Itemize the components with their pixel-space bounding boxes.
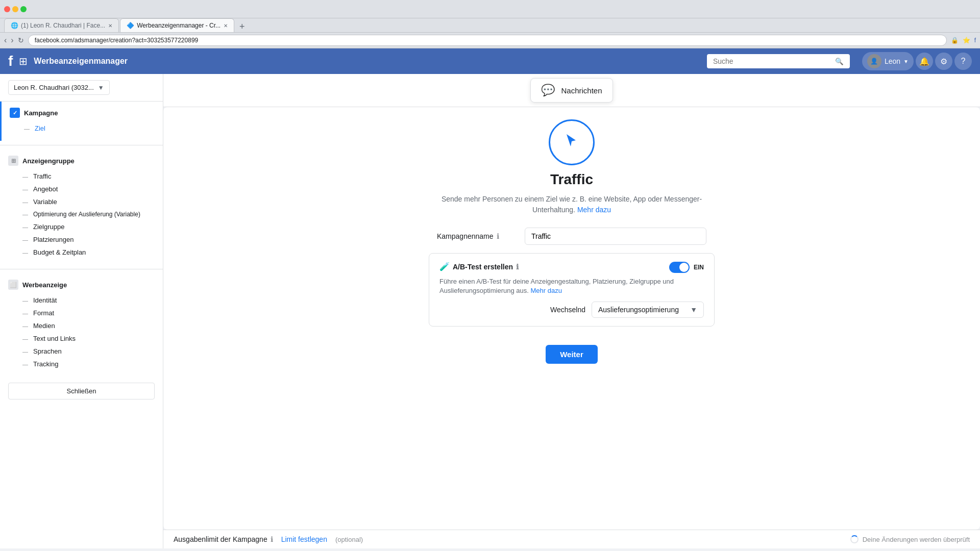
kampagne-checkbox-icon: ✓ — [10, 108, 20, 118]
tab-close-facebook[interactable]: ✕ — [108, 23, 112, 29]
nachrichten-dropdown[interactable]: 💬 Nachrichten — [530, 78, 612, 103]
address-bar: ‹ › ↻ 🔒⭐f — [0, 33, 980, 48]
ab-header: 🧪 A/B-Test erstellen ℹ EIN — [439, 262, 704, 273]
app-grid-icon[interactable]: ⊞ — [19, 55, 28, 67]
kampagnenname-label: Kampagnenname ℹ — [437, 232, 519, 240]
account-selector[interactable]: Leon R. Chaudhari (3032... ▼ — [8, 80, 110, 95]
ab-test-box: 🧪 A/B-Test erstellen ℹ EIN Führe eine — [429, 253, 715, 327]
bottom-bar: Ausgabenlimit der Kampagne ℹ Limit festl… — [163, 530, 980, 548]
notifications-btn[interactable]: 🔔 — [916, 53, 933, 70]
tab-favicon-adsmanager: 🔷 — [127, 22, 134, 29]
sidebar-item-text-links[interactable]: Text und Links — [8, 332, 155, 345]
traffic-icon-circle — [549, 119, 595, 165]
main-content: 💬 Nachrichten Traffic Sende — [163, 74, 980, 548]
checking-label: Deine Änderungen werden überprüft — [863, 536, 970, 543]
sidebar-item-angebot[interactable]: Angebot — [8, 183, 155, 195]
user-chevron-icon: ▼ — [903, 59, 909, 64]
sidebar-item-medien[interactable]: Medien — [8, 319, 155, 332]
werbeanzeige-icon: ⬜ — [8, 280, 18, 290]
sidebar-item-budget-zeitplan[interactable]: Budget & Zeitplan — [8, 246, 155, 259]
toggle-label: EIN — [694, 264, 704, 271]
minimize-window-btn[interactable] — [12, 6, 18, 12]
sidebar-item-variable[interactable]: Variable — [8, 195, 155, 208]
help-btn[interactable]: ? — [954, 53, 972, 70]
sidebar-item-tracking[interactable]: Tracking — [8, 358, 155, 370]
new-tab-btn[interactable]: + — [235, 21, 249, 32]
budget-info-icon[interactable]: ℹ — [271, 535, 273, 543]
dropdown-arrow-icon: ▼ — [690, 306, 697, 314]
ab-info-icon[interactable]: ℹ — [516, 263, 519, 271]
avatar: 👤 — [867, 54, 881, 68]
ab-title: 🧪 A/B-Test erstellen ℹ — [439, 262, 519, 271]
werbeanzeige-header: ⬜ Werbeanzeige — [8, 280, 155, 290]
kampagnenname-input[interactable] — [525, 228, 706, 245]
sidebar-item-ziel-label: Ziel — [35, 124, 45, 132]
sidebar-item-ziel[interactable]: Ziel — [10, 122, 155, 135]
auslieferung-dropdown[interactable]: Auslieferungsoptimierung ▼ — [592, 302, 704, 318]
maximize-window-btn[interactable] — [20, 6, 27, 12]
traffic-title: Traffic — [550, 171, 593, 188]
search-button[interactable]: 🔍 — [835, 58, 844, 65]
nachrichten-area: 💬 Nachrichten — [163, 74, 980, 107]
limit-festlegen-link[interactable]: Limit festlegen — [281, 535, 327, 543]
ab-test-toggle[interactable] — [669, 262, 690, 273]
back-btn[interactable]: ‹ — [4, 36, 7, 45]
toggle-container: EIN — [669, 262, 704, 273]
tab-adsmanager-label: Werbeanzeigenmanager - Cr... — [137, 22, 220, 29]
sidebar-item-sprachen[interactable]: Sprachen — [8, 345, 155, 358]
sidebar-item-format[interactable]: Format — [8, 307, 155, 319]
traffic-subtitle: Sende mehr Personen zu einem Ziel wie z.… — [429, 194, 715, 215]
account-label: Leon R. Chaudhari (3032... — [14, 84, 94, 91]
werbeanzeige-section: ⬜ Werbeanzeige Identität Format Medien T… — [0, 273, 163, 377]
user-name: Leon — [885, 57, 900, 65]
tab-adsmanager[interactable]: 🔷 Werbeanzeigenmanager - Cr... ✕ — [120, 18, 234, 32]
user-pill[interactable]: 👤 Leon ▼ — [862, 52, 914, 70]
top-nav: f ⊞ Werbeanzeigenmanager 🔍 👤 Leon ▼ 🔔 ⚙ … — [0, 48, 980, 74]
anzeigengruppe-header: ⊞ Anzeigengruppe — [8, 156, 155, 166]
address-input[interactable] — [28, 35, 947, 46]
tab-bar: 🌐 (1) Leon R. Chaudhari | Face... ✕ 🔷 We… — [0, 18, 980, 33]
kampagne-title: Kampagne — [24, 109, 58, 117]
browser-extensions: 🔒⭐f — [951, 37, 976, 44]
facebook-logo: f — [8, 53, 13, 69]
form-section: Kampagnenname ℹ — [429, 228, 715, 253]
traffic-cursor-icon — [561, 130, 582, 155]
kampagnenname-row: Kampagnenname ℹ — [437, 228, 706, 245]
flask-icon: 🧪 — [439, 262, 450, 271]
tab-facebook[interactable]: 🌐 (1) Leon R. Chaudhari | Face... ✕ — [4, 18, 119, 32]
browser-bar — [0, 0, 980, 18]
werbeanzeige-title: Werbeanzeige — [22, 281, 67, 289]
account-chevron-icon: ▼ — [98, 84, 104, 91]
tab-favicon-facebook: 🌐 — [11, 22, 18, 29]
content-card: Traffic Sende mehr Personen zu einem Zie… — [163, 107, 980, 530]
close-button[interactable]: Schließen — [8, 383, 155, 399]
account-section: Leon R. Chaudhari (3032... ▼ — [0, 74, 163, 102]
mehr-dazu-link-1[interactable]: Mehr dazu — [577, 206, 611, 214]
forward-btn[interactable]: › — [11, 36, 13, 45]
sidebar-item-platzierungen[interactable]: Platzierungen — [8, 233, 155, 246]
main-area: Leon R. Chaudhari (3032... ▼ ✓ Kampagne … — [0, 74, 980, 548]
dropdown-value: Auslieferungsoptimierung — [598, 306, 679, 314]
settings-btn[interactable]: ⚙ — [935, 53, 952, 70]
sidebar-item-identitaet[interactable]: Identität — [8, 294, 155, 307]
anzeigengruppe-icon: ⊞ — [8, 156, 18, 166]
sidebar-item-optimierung[interactable]: Optimierung der Auslieferung (Variable) — [8, 208, 155, 220]
tab-close-adsmanager[interactable]: ✕ — [224, 23, 228, 29]
sidebar-item-traffic[interactable]: Traffic — [8, 170, 155, 183]
mehr-dazu-ab-link[interactable]: Mehr dazu — [531, 287, 562, 294]
sidebar: Leon R. Chaudhari (3032... ▼ ✓ Kampagne … — [0, 74, 163, 548]
nav-icons: 👤 Leon ▼ 🔔 ⚙ ? — [862, 52, 972, 70]
app-title: Werbeanzeigenmanager — [34, 57, 128, 66]
window-controls[interactable] — [4, 6, 27, 12]
close-window-btn[interactable] — [4, 6, 10, 12]
sidebar-item-zielgruppe[interactable]: Zielgruppe — [8, 220, 155, 233]
kampagnenname-info-icon[interactable]: ℹ — [497, 232, 499, 240]
app-container: f ⊞ Werbeanzeigenmanager 🔍 👤 Leon ▼ 🔔 ⚙ … — [0, 48, 980, 548]
optional-label: (optional) — [335, 536, 363, 543]
budget-label: Ausgabenlimit der Kampagne ℹ — [174, 535, 273, 543]
search-input[interactable] — [713, 57, 831, 65]
wechselnd-label: Wechselnd — [550, 306, 585, 314]
weiter-button[interactable]: Weiter — [546, 345, 598, 364]
checking-status: Deine Änderungen werden überprüft — [850, 535, 970, 543]
reload-btn[interactable]: ↻ — [18, 36, 24, 44]
